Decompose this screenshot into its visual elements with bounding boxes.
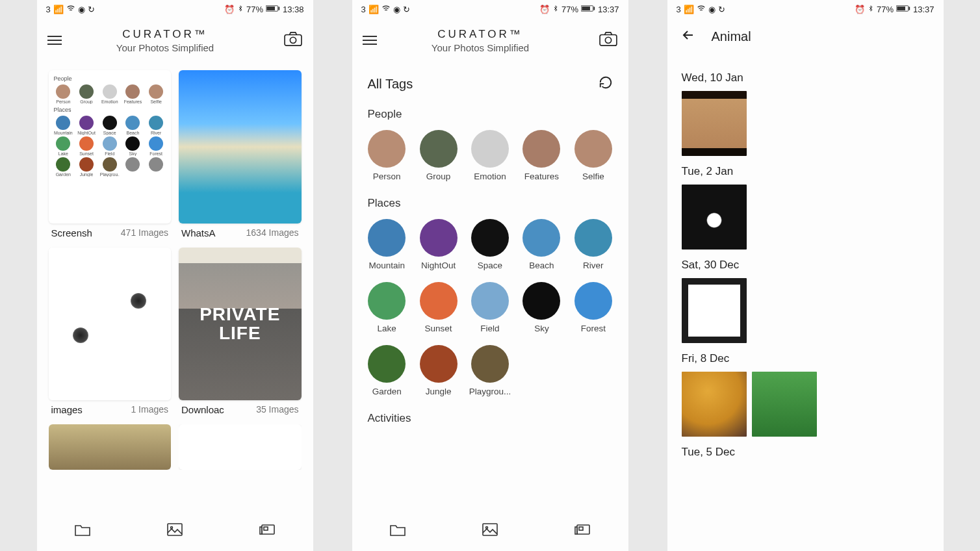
tag-label: Playgrou... [469, 387, 511, 396]
bluetooth-icon [552, 4, 559, 15]
status-bar: 3 📶 ◉ ↻ ⏰ 77% 13:37 [667, 0, 944, 17]
folder-item[interactable] [179, 424, 302, 470]
extra-icon: ↻ [403, 5, 410, 14]
svg-rect-21 [897, 6, 905, 10]
camera-icon[interactable] [599, 31, 618, 49]
nav-folders-icon[interactable] [389, 520, 407, 541]
tag-playgrou...[interactable]: Playgrou... [467, 345, 513, 396]
folder-item[interactable] [49, 424, 172, 470]
svg-rect-12 [593, 6, 595, 10]
tag-thumb [471, 130, 509, 168]
alarm-icon: ⏰ [224, 5, 235, 14]
nav-folders-icon[interactable] [73, 520, 92, 541]
tag-thumb [368, 219, 406, 257]
tag-lake[interactable]: Lake [364, 282, 410, 333]
nav-slides-icon[interactable] [573, 520, 591, 541]
tag-label: Forest [581, 324, 606, 333]
tag-thumb [574, 219, 612, 257]
phone-screen-tags: 3 📶 ◉ ↻ ⏰ 77% 13:37 CURATOR™ Your Photos… [352, 0, 628, 551]
tag-forest[interactable]: Forest [570, 282, 616, 333]
status-bar: 3 📶 ◉ ↻ ⏰ 77% 13:37 [352, 0, 628, 17]
folder-count: 1 Images [131, 404, 168, 415]
svg-rect-15 [483, 524, 497, 535]
tag-features[interactable]: Features [519, 130, 565, 181]
folder-count: 1634 Images [246, 227, 299, 238]
signal-icon: 📶 [684, 5, 694, 14]
photo-thumb[interactable] [752, 372, 817, 437]
nav-photos-icon[interactable] [481, 520, 499, 541]
signal-icon: 📶 [53, 5, 64, 14]
tag-label: Sky [534, 324, 549, 333]
section-places: Places [352, 188, 628, 216]
extra-icon: ↻ [718, 5, 725, 14]
svg-rect-3 [285, 35, 302, 46]
tag-label: NightOut [421, 261, 456, 270]
tag-group[interactable]: Group [415, 130, 461, 181]
photo-thumb[interactable] [682, 278, 747, 343]
tag-field[interactable]: Field [467, 282, 513, 333]
tag-person[interactable]: Person [364, 130, 410, 181]
folder-item[interactable]: WhatsA 1634 Images [179, 70, 302, 241]
tag-thumb [471, 219, 509, 257]
battery-icon [581, 5, 595, 14]
svg-point-6 [170, 527, 172, 529]
nav-photos-icon[interactable] [166, 520, 184, 541]
tag-mountain[interactable]: Mountain [364, 219, 410, 270]
photo-row [682, 185, 929, 250]
section-people: People [352, 99, 628, 127]
tag-sunset[interactable]: Sunset [415, 282, 461, 333]
back-icon[interactable] [680, 27, 696, 45]
tag-beach[interactable]: Beach [519, 219, 565, 270]
svg-point-4 [290, 37, 296, 43]
folder-name: Screensh [51, 227, 92, 238]
camera-icon[interactable] [283, 31, 303, 49]
tag-label: Sunset [425, 324, 452, 333]
tag-space[interactable]: Space [467, 219, 513, 270]
tag-emotion[interactable]: Emotion [467, 130, 513, 181]
battery-icon [896, 5, 910, 14]
tag-thumb [420, 282, 458, 320]
tag-selfie[interactable]: Selfie [570, 130, 616, 181]
signal-icon: 📶 [368, 5, 379, 14]
phone-screen-folders: 3 📶 ◉ ↻ ⏰ 77% 13:38 CURATOR™ Your Photos… [37, 0, 313, 551]
bottom-nav [352, 511, 628, 551]
date-label: Sat, 30 Dec [682, 259, 929, 272]
tag-label: Selfie [582, 172, 604, 181]
tag-label: Jungle [426, 387, 452, 396]
folder-name: Downloac [181, 404, 224, 415]
section-activities: Activities [352, 403, 628, 431]
tag-river[interactable]: River [570, 219, 616, 270]
folder-name: images [51, 404, 83, 415]
wifi-icon [66, 4, 75, 15]
folder-name: WhatsA [181, 227, 216, 238]
phone-screen-detail: 3 📶 ◉ ↻ ⏰ 77% 13:37 Animal Wed, 10 JanTu… [667, 0, 944, 551]
tag-thumb [368, 345, 406, 383]
photo-thumb[interactable] [682, 91, 747, 156]
photo-thumb[interactable] [682, 372, 747, 437]
folder-item[interactable]: images 1 Images [49, 248, 172, 418]
wifi-icon [697, 4, 706, 15]
clock-label: 13:37 [598, 5, 619, 14]
folder-item[interactable]: PeoplePersonGroupEmotionFeaturesSelfiePl… [49, 70, 172, 241]
tag-label: Space [478, 261, 502, 270]
sync-icon: ◉ [78, 5, 85, 14]
tag-sky[interactable]: Sky [519, 282, 565, 333]
tag-thumb [522, 282, 560, 320]
alarm-icon: ⏰ [855, 5, 865, 14]
svg-rect-2 [278, 6, 279, 10]
tag-thumb [368, 282, 406, 320]
tag-label: Beach [529, 261, 554, 270]
tag-thumb [420, 345, 458, 383]
tag-jungle[interactable]: Jungle [415, 345, 461, 396]
photo-thumb[interactable] [682, 185, 747, 250]
svg-rect-9 [264, 527, 268, 530]
tag-label: Group [426, 172, 451, 181]
svg-rect-19 [579, 527, 583, 530]
refresh-icon[interactable] [599, 75, 613, 92]
folder-item[interactable]: PRIVATELIFE Downloac 35 Images [179, 248, 302, 418]
folder-count: 35 Images [256, 404, 298, 415]
tag-nightout[interactable]: NightOut [415, 219, 461, 270]
tag-garden[interactable]: Garden [364, 345, 410, 396]
date-label: Tue, 5 Dec [682, 446, 929, 459]
nav-slides-icon[interactable] [258, 520, 276, 541]
